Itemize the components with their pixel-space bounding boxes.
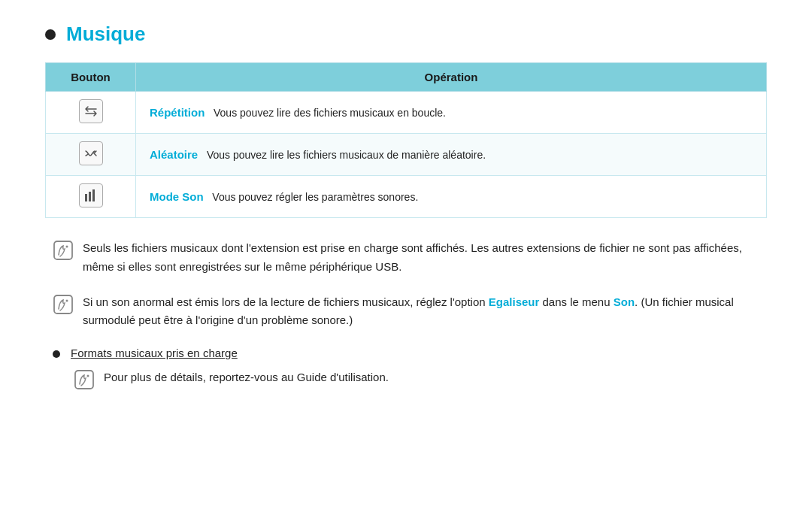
table-cell-aleatoire: Aléatoire Vous pouvez lire les fichiers … bbox=[136, 134, 767, 176]
svg-rect-1 bbox=[89, 192, 91, 201]
note-icon-2 bbox=[53, 294, 74, 315]
header-bullet bbox=[45, 29, 56, 40]
aleatoire-icon bbox=[79, 141, 103, 165]
svg-point-4 bbox=[66, 246, 68, 248]
note-block-1: Seuls les fichiers musicaux dont l'exten… bbox=[45, 239, 767, 277]
page-title: Musique bbox=[66, 23, 145, 46]
table-cell-repetition: Répétition Vous pouvez lire des fichiers… bbox=[136, 92, 767, 134]
repetition-label: Répétition bbox=[150, 106, 205, 119]
table-cell-icon-modeson bbox=[46, 176, 136, 218]
aleatoire-label: Aléatoire bbox=[150, 148, 198, 161]
svg-point-8 bbox=[87, 375, 89, 377]
svg-rect-7 bbox=[75, 371, 93, 389]
note-text-2: Si un son anormal est émis lors de la le… bbox=[83, 293, 767, 331]
page-header: Musique bbox=[45, 23, 767, 46]
svg-rect-2 bbox=[92, 189, 95, 201]
note-text-1: Seuls les fichiers musicaux dont l'exten… bbox=[83, 239, 767, 277]
note-icon-1 bbox=[53, 240, 74, 261]
bullet-dot-small bbox=[53, 350, 60, 358]
table-cell-modeson: Mode Son Vous pouvez régler les paramètr… bbox=[136, 176, 767, 218]
note-block-2: Si un son anormal est émis lors de la le… bbox=[45, 293, 767, 331]
svg-rect-3 bbox=[54, 241, 72, 259]
modeson-desc: Vous pouvez régler les paramètres sonore… bbox=[212, 191, 418, 203]
formats-label: Formats musicaux pris en charge bbox=[71, 347, 238, 359]
table-cell-icon-aleatoire bbox=[46, 134, 136, 176]
table-cell-icon-repetition bbox=[46, 92, 136, 134]
table-row: Répétition Vous pouvez lire des fichiers… bbox=[46, 92, 767, 134]
aleatoire-desc: Vous pouvez lire les fichiers musicaux d… bbox=[207, 149, 486, 161]
svg-rect-5 bbox=[54, 295, 72, 313]
svg-rect-0 bbox=[85, 194, 87, 201]
egaliseur-link[interactable]: Egaliseur bbox=[489, 295, 540, 308]
note-icon-3 bbox=[74, 369, 95, 390]
modeson-icon bbox=[79, 183, 103, 207]
son-link[interactable]: Son bbox=[614, 295, 635, 308]
bullet-section: Formats musicaux pris en charge bbox=[45, 347, 767, 359]
sub-note-text: Pour plus de détails, reportez-vous au G… bbox=[104, 368, 389, 387]
repetition-desc: Vous pouvez lire des fichiers musicaux e… bbox=[214, 107, 446, 119]
modeson-label: Mode Son bbox=[150, 190, 204, 203]
sub-note-block: Pour plus de détails, reportez-vous au G… bbox=[45, 368, 767, 390]
svg-point-6 bbox=[66, 299, 68, 301]
table-header-bouton: Bouton bbox=[46, 63, 136, 92]
table-header-operation: Opération bbox=[136, 63, 767, 92]
table-row: Aléatoire Vous pouvez lire les fichiers … bbox=[46, 134, 767, 176]
music-table: Bouton Opération Répétition Vous pouvez … bbox=[45, 62, 767, 218]
table-row: Mode Son Vous pouvez régler les paramètr… bbox=[46, 176, 767, 218]
repetition-icon bbox=[79, 99, 103, 123]
